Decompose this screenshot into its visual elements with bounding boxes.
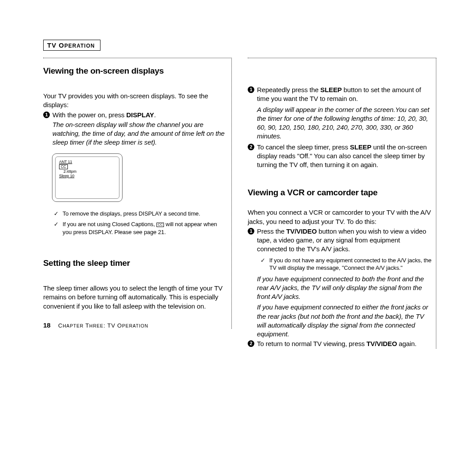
vcr-check-text: If you do not have any equipment connect… bbox=[269, 257, 431, 272]
sleep-para: The sleep timer allows you to select the… bbox=[43, 284, 225, 311]
tv-screen-diagram: ANT 11 CC 2:48pm Sleep 10 bbox=[52, 153, 123, 202]
step-1-vcr: 1 Press the TV/VIDEO button when you wis… bbox=[248, 227, 431, 339]
check-item-1: ✓ To remove the displays, press DISPLAY … bbox=[54, 210, 225, 218]
step-2-sleep-body: To cancel the sleep timer, press SLEEP u… bbox=[257, 143, 431, 170]
c1a: To remove the displays, press bbox=[63, 210, 139, 217]
num-2-icon: 2 bbox=[248, 144, 254, 150]
v1b: TV/VIDEO bbox=[286, 227, 317, 235]
f-b: HREE bbox=[89, 323, 104, 328]
step-1-sleep-body: Repeatedly press the SLEEP button to set… bbox=[257, 86, 431, 141]
step1-b: DISPLAY bbox=[126, 111, 154, 119]
f-c: PERATION bbox=[122, 323, 148, 328]
vcr-check: ✓ If you do not have any equipment conne… bbox=[260, 257, 431, 272]
step1-c: . bbox=[154, 111, 156, 119]
c1b: DISPLAY bbox=[139, 210, 162, 217]
heading-vcr: Viewing a VCR or camcorder tape bbox=[248, 188, 431, 197]
v2c: again. bbox=[397, 340, 416, 347]
left-column: Viewing the on-screen displays Your TV p… bbox=[43, 58, 232, 329]
cc-inline-icon: CC bbox=[156, 223, 164, 227]
step-2-vcr: 2 To return to normal TV viewing, press … bbox=[248, 339, 431, 348]
vcr-italic-1: If you have equipment connected to both … bbox=[257, 275, 431, 302]
r2b: SLEEP bbox=[350, 143, 372, 151]
check-icon: ✓ bbox=[260, 257, 266, 272]
c2a: If you are not using Closed Captions, bbox=[63, 221, 156, 227]
step1-a: With the power on, press bbox=[52, 111, 126, 119]
page-footer: 18 CHAPTER THREE: TV OPERATION bbox=[43, 321, 225, 329]
step1-italic: The on-screen display will show the chan… bbox=[52, 120, 225, 147]
check-item-2: ✓ If you are not using Closed Captions, … bbox=[54, 220, 225, 236]
v1a: Press the bbox=[257, 227, 286, 235]
f-sep: : TV O bbox=[104, 322, 122, 329]
check-icon: ✓ bbox=[54, 220, 59, 236]
step-1-body: With the power on, press DISPLAY. The on… bbox=[52, 111, 225, 147]
tv-time: 2:48pm bbox=[63, 169, 115, 174]
num-1-icon: 1 bbox=[248, 86, 254, 93]
r1b: SLEEP bbox=[320, 86, 342, 93]
tv-sleep: Sleep 10 bbox=[59, 174, 115, 178]
section-tag: TV OPERATION bbox=[43, 40, 100, 51]
f-mid1: T bbox=[84, 322, 89, 329]
num-2-icon: 2 bbox=[248, 340, 254, 347]
v2b: TV/VIDEO bbox=[367, 340, 397, 347]
num-1-icon: 1 bbox=[248, 228, 254, 235]
tv-inner: ANT 11 CC 2:48pm Sleep 10 bbox=[55, 156, 119, 199]
r2a: To cancel the sleep timer, press bbox=[257, 143, 350, 151]
r1a: Repeatedly press the bbox=[257, 86, 320, 93]
section-tag-pre: TV O bbox=[47, 41, 64, 49]
step-2-vcr-body: To return to normal TV viewing, press TV… bbox=[257, 339, 431, 348]
tv-cc: CC bbox=[59, 164, 68, 169]
step-1-sleep: 1 Repeatedly press the SLEEP button to s… bbox=[248, 86, 431, 141]
vcr-intro: When you connect a VCR or camcorder to y… bbox=[248, 208, 431, 226]
vcr-italic-2: If you have equipment connected to eithe… bbox=[257, 303, 431, 339]
r1-italic: A display will appear in the corner of t… bbox=[257, 105, 431, 141]
right-column: 1 Repeatedly press the SLEEP button to s… bbox=[248, 58, 436, 349]
check2-text: If you are not using Closed Captions, CC… bbox=[63, 220, 225, 236]
num-1-icon: 1 bbox=[43, 112, 50, 118]
step-1-vcr-body: Press the TV/VIDEO button when you wish … bbox=[257, 227, 431, 339]
section-tag-rest: PERATION bbox=[64, 43, 95, 49]
c2c: DISPLAY bbox=[89, 229, 112, 235]
check-icon: ✓ bbox=[54, 210, 59, 218]
c1c: a second time. bbox=[162, 210, 201, 217]
heading-sleep-timer: Setting the sleep timer bbox=[43, 258, 225, 268]
step-1-onscreen: 1 With the power on, press DISPLAY. The … bbox=[43, 111, 225, 147]
tv-ant: ANT 11 bbox=[59, 160, 115, 164]
v2a: To return to normal TV viewing, press bbox=[257, 340, 367, 347]
heading-onscreen-displays: Viewing the on-screen displays bbox=[43, 66, 225, 76]
step-2-sleep: 2 To cancel the sleep timer, press SLEEP… bbox=[248, 143, 431, 170]
intro-onscreen: Your TV provides you with on-screen disp… bbox=[43, 92, 225, 110]
page-number: 18 bbox=[43, 321, 51, 329]
c2d: . Please see page 21. bbox=[112, 229, 166, 235]
f-pre: C bbox=[58, 322, 63, 329]
chapter-label: CHAPTER THREE: TV OPERATION bbox=[58, 322, 148, 329]
f-a: HAPTER bbox=[63, 323, 83, 328]
check-list-onscreen: ✓ To remove the displays, press DISPLAY … bbox=[54, 210, 225, 237]
check1-text: To remove the displays, press DISPLAY a … bbox=[63, 210, 225, 218]
